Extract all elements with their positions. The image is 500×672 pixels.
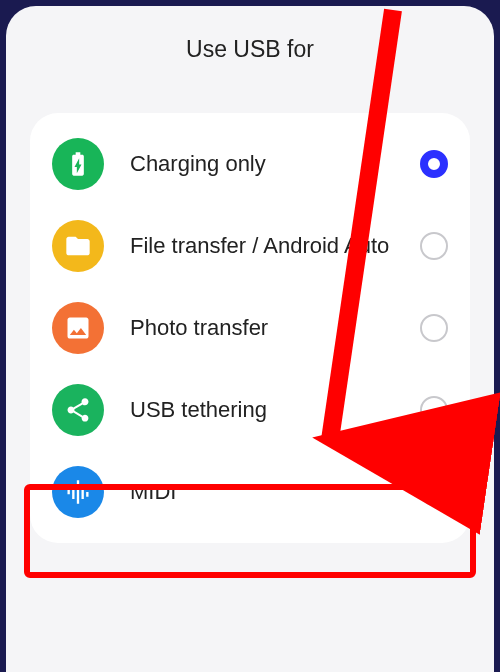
folder-icon (52, 220, 104, 272)
option-charging-only[interactable]: Charging only (30, 123, 470, 205)
option-midi[interactable]: MIDI (30, 451, 470, 533)
equalizer-icon (52, 466, 104, 518)
options-card: Charging only File transfer / Android Au… (30, 113, 470, 543)
option-label: MIDI (130, 478, 420, 506)
share-icon (52, 384, 104, 436)
radio-file-transfer[interactable] (420, 232, 448, 260)
option-label: Charging only (130, 150, 420, 178)
radio-usb-tethering[interactable] (420, 396, 448, 424)
option-file-transfer[interactable]: File transfer / Android Auto (30, 205, 470, 287)
option-usb-tethering[interactable]: USB tethering (30, 369, 470, 451)
image-icon (52, 302, 104, 354)
usb-mode-sheet: Use USB for Charging only File transfer … (6, 6, 494, 672)
radio-midi[interactable] (420, 478, 448, 506)
option-label: USB tethering (130, 396, 420, 424)
radio-photo-transfer[interactable] (420, 314, 448, 342)
battery-charging-icon (52, 138, 104, 190)
sheet-title: Use USB for (6, 36, 494, 63)
radio-charging-only[interactable] (420, 150, 448, 178)
option-label: Photo transfer (130, 314, 420, 342)
option-photo-transfer[interactable]: Photo transfer (30, 287, 470, 369)
option-label: File transfer / Android Auto (130, 232, 420, 260)
